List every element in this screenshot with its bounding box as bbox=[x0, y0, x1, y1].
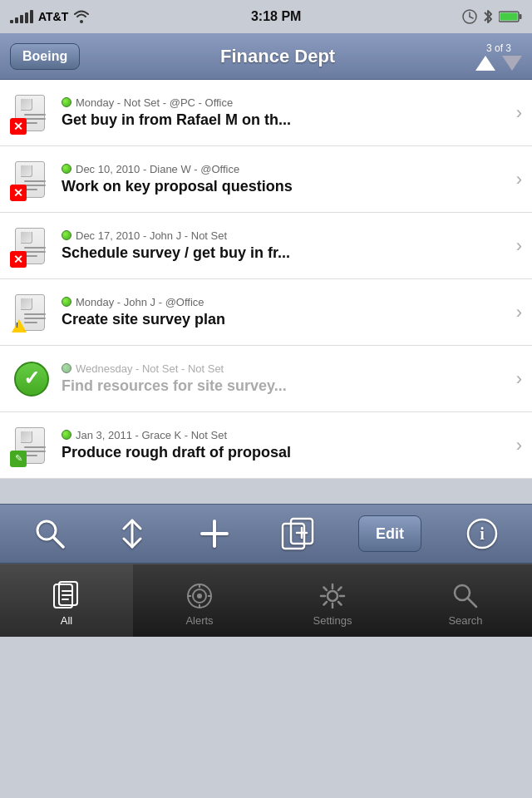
back-button[interactable]: Boeing bbox=[10, 43, 80, 70]
svg-point-24 bbox=[197, 594, 202, 598]
down-arrow-icon bbox=[502, 56, 522, 71]
nav-arrows: 3 of 3 bbox=[475, 42, 522, 71]
task-meta-text: Dec 17, 2010 - John J - Not Set bbox=[76, 229, 227, 242]
warning-badge-icon bbox=[10, 318, 28, 334]
status-dot-icon bbox=[62, 430, 71, 440]
svg-line-36 bbox=[338, 588, 342, 591]
status-dot-icon bbox=[62, 97, 71, 107]
duplicate-toolbar-button[interactable] bbox=[276, 512, 319, 555]
tab-settings-label: Settings bbox=[313, 614, 352, 627]
bluetooth-icon bbox=[482, 9, 494, 24]
svg-line-35 bbox=[338, 602, 342, 605]
task-meta-text: Monday - Not Set - @PC - Office bbox=[76, 96, 233, 109]
task-content: Dec 10, 2010 - Diane W - @Office Work on… bbox=[62, 163, 510, 196]
chevron-right-icon: › bbox=[516, 169, 522, 190]
task-content: Monday - Not Set - @PC - Office Get buy … bbox=[62, 96, 510, 130]
search-toolbar-button[interactable] bbox=[28, 512, 71, 555]
task-icon: ✕ bbox=[10, 158, 53, 201]
chevron-right-icon: › bbox=[516, 235, 522, 257]
sort-icon bbox=[116, 517, 149, 550]
tab-alerts-icon bbox=[185, 581, 214, 611]
table-row[interactable]: ✕ Dec 17, 2010 - John J - Not Set Schedu… bbox=[0, 213, 532, 279]
tab-settings-icon bbox=[318, 581, 347, 611]
tab-settings[interactable]: Settings bbox=[266, 564, 399, 637]
task-meta: Dec 10, 2010 - Diane W - @Office bbox=[62, 163, 510, 175]
task-meta-text: Monday - John J - @Office bbox=[76, 296, 204, 308]
task-meta: Jan 3, 2011 - Grace K - Not Set bbox=[62, 429, 510, 441]
signal-bars bbox=[10, 10, 33, 23]
svg-point-29 bbox=[328, 591, 337, 601]
tab-all[interactable]: All bbox=[0, 564, 133, 637]
task-icon: ✎ bbox=[10, 424, 53, 467]
up-arrow-icon bbox=[475, 56, 495, 71]
svg-text:i: i bbox=[480, 525, 485, 543]
task-meta-text: Wednesday - Not Set - Not Set bbox=[76, 362, 224, 375]
task-content: Jan 3, 2011 - Grace K - Not Set Produce … bbox=[62, 429, 510, 462]
svg-rect-5 bbox=[500, 13, 517, 21]
task-title: Create site survey plan bbox=[62, 311, 510, 329]
svg-line-39 bbox=[468, 598, 477, 608]
table-row[interactable]: ✎ Jan 3, 2011 - Grace K - Not Set Produc… bbox=[0, 412, 532, 479]
tab-alerts[interactable]: Alerts bbox=[133, 564, 266, 637]
task-content: Monday - John J - @Office Create site su… bbox=[62, 296, 510, 329]
tab-bar: All Alerts bbox=[0, 564, 532, 637]
edit-button[interactable]: Edit bbox=[358, 515, 421, 552]
task-icon bbox=[10, 291, 53, 334]
info-icon: i bbox=[466, 518, 498, 549]
task-icon: ✕ bbox=[10, 91, 53, 135]
svg-line-37 bbox=[324, 602, 328, 605]
status-dot-icon bbox=[62, 363, 71, 373]
page-title: Finance Dept bbox=[220, 46, 335, 67]
tab-alerts-label: Alerts bbox=[185, 614, 213, 627]
task-title: Schedule survey / get buy in fr... bbox=[62, 244, 510, 263]
tab-search-icon bbox=[451, 581, 480, 611]
task-icon: ✓ bbox=[10, 357, 53, 401]
prev-arrow-button[interactable] bbox=[475, 56, 495, 71]
task-icon: ✕ bbox=[10, 224, 53, 268]
task-list: ✕ Monday - Not Set - @PC - Office Get bu… bbox=[0, 80, 532, 479]
task-meta: Monday - Not Set - @PC - Office bbox=[62, 96, 510, 109]
task-content: Wednesday - Not Set - Not Set Find resou… bbox=[62, 362, 510, 396]
tab-all-icon bbox=[52, 581, 81, 611]
tab-search[interactable]: Search bbox=[399, 564, 532, 637]
task-title: Work on key proposal questions bbox=[62, 178, 510, 196]
sort-toolbar-button[interactable] bbox=[111, 512, 154, 555]
wifi-icon bbox=[73, 10, 90, 23]
status-dot-icon bbox=[62, 230, 71, 240]
svg-rect-4 bbox=[519, 14, 521, 19]
next-arrow-button[interactable] bbox=[502, 56, 522, 71]
clock-icon bbox=[462, 9, 477, 24]
status-dot-icon bbox=[62, 164, 71, 174]
table-row[interactable]: ✕ Dec 10, 2010 - Diane W - @Office Work … bbox=[0, 146, 532, 213]
delete-badge-icon: ✕ bbox=[10, 251, 27, 268]
chevron-right-icon: › bbox=[516, 102, 522, 124]
nav-counter: 3 of 3 bbox=[486, 42, 511, 54]
status-time: 3:18 PM bbox=[251, 9, 301, 24]
task-meta-text: Jan 3, 2011 - Grace K - Not Set bbox=[76, 429, 227, 441]
table-row[interactable]: Monday - John J - @Office Create site su… bbox=[0, 279, 532, 346]
info-toolbar-button[interactable]: i bbox=[461, 512, 504, 555]
task-meta: Wednesday - Not Set - Not Set bbox=[62, 362, 510, 375]
chevron-right-icon: › bbox=[516, 435, 522, 456]
status-dot-icon bbox=[62, 297, 71, 307]
toolbar: Edit i bbox=[0, 504, 532, 564]
tab-all-label: All bbox=[61, 614, 72, 627]
svg-line-7 bbox=[53, 537, 63, 547]
status-left: AT&T bbox=[10, 10, 90, 23]
table-row[interactable]: ✕ Monday - Not Set - @PC - Office Get bu… bbox=[0, 80, 532, 146]
delete-badge-icon: ✕ bbox=[10, 118, 27, 135]
add-toolbar-button[interactable] bbox=[193, 512, 236, 555]
task-meta: Dec 17, 2010 - John J - Not Set bbox=[62, 229, 510, 242]
pencil-badge-icon: ✎ bbox=[10, 451, 27, 467]
table-row[interactable]: ✓ Wednesday - Not Set - Not Set Find res… bbox=[0, 346, 532, 412]
task-content: Dec 17, 2010 - John J - Not Set Schedule… bbox=[62, 229, 510, 263]
task-title: Find resources for site survey... bbox=[62, 377, 510, 396]
search-icon bbox=[33, 517, 66, 550]
tab-search-label: Search bbox=[448, 614, 482, 627]
nav-header: Boeing Finance Dept 3 of 3 bbox=[0, 33, 532, 80]
status-right bbox=[462, 9, 522, 24]
add-icon bbox=[198, 517, 231, 550]
svg-line-2 bbox=[470, 17, 473, 18]
completed-check-icon: ✓ bbox=[14, 362, 49, 397]
svg-line-34 bbox=[324, 588, 328, 591]
